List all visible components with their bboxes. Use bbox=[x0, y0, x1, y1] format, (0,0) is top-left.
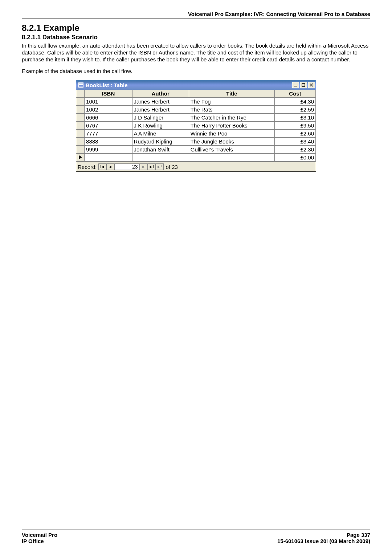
heading-example: 8.2.1 Example bbox=[22, 23, 370, 33]
nav-of-label: of 23 bbox=[164, 164, 180, 170]
cell-isbn[interactable]: 7777 bbox=[85, 130, 132, 138]
cell-isbn[interactable]: 9999 bbox=[85, 146, 132, 154]
cell-title[interactable]: The Fog bbox=[189, 98, 274, 106]
row-selector[interactable] bbox=[76, 106, 85, 114]
record-navigator: Record: I◄ ◄ ► ►I ►* of 23 bbox=[76, 162, 316, 171]
column-header-isbn[interactable]: ISBN bbox=[85, 90, 132, 98]
paragraph-caption: Example of the database used in the call… bbox=[22, 68, 370, 74]
cell-title[interactable] bbox=[189, 154, 274, 162]
maximize-button[interactable] bbox=[300, 82, 307, 88]
row-selector[interactable] bbox=[76, 98, 85, 106]
cell-author[interactable]: James Herbert bbox=[132, 106, 189, 114]
cell-title[interactable]: The Catcher in the Rye bbox=[189, 114, 274, 122]
cell-author[interactable]: J K Rowling bbox=[132, 122, 189, 130]
cell-cost[interactable]: £9.50 bbox=[274, 122, 315, 130]
column-header-author[interactable]: Author bbox=[132, 90, 189, 98]
row-selector[interactable] bbox=[76, 146, 85, 154]
minimize-button[interactable] bbox=[292, 82, 299, 88]
nav-last-button[interactable]: ►I bbox=[148, 163, 156, 170]
cell-cost[interactable]: £2.59 bbox=[274, 106, 315, 114]
cell-cost[interactable]: £3.10 bbox=[274, 114, 315, 122]
window-titlebar[interactable]: BookList : Table bbox=[76, 80, 316, 90]
footer-product: Voicemail Pro bbox=[22, 532, 57, 538]
footer-page: Page 337 bbox=[347, 532, 370, 538]
table-row[interactable]: 6767J K RowlingThe Harry Potter Books£9.… bbox=[76, 122, 316, 130]
current-row-icon bbox=[79, 155, 82, 159]
cell-isbn[interactable]: 6767 bbox=[85, 122, 132, 130]
row-selector[interactable] bbox=[76, 130, 85, 138]
cell-cost[interactable]: £0.00 bbox=[274, 154, 315, 162]
cell-title[interactable]: Gullliver's Travels bbox=[189, 146, 274, 154]
cell-cost[interactable]: £2.30 bbox=[274, 146, 315, 154]
paragraph-intro: In this call flow example, an auto-atten… bbox=[22, 42, 370, 63]
datasheet-icon bbox=[78, 82, 83, 88]
nav-prev-button[interactable]: ◄ bbox=[106, 163, 114, 170]
cell-cost[interactable]: £4.30 bbox=[274, 98, 315, 106]
nav-first-button[interactable]: I◄ bbox=[98, 163, 106, 170]
row-selector[interactable] bbox=[76, 138, 85, 146]
row-selector[interactable] bbox=[76, 122, 85, 130]
nav-new-button[interactable]: ►* bbox=[156, 163, 164, 170]
close-icon bbox=[310, 83, 313, 87]
record-label: Record: bbox=[78, 164, 98, 170]
cell-author[interactable]: Rudyard Kipling bbox=[132, 138, 189, 146]
cell-author[interactable]: A A Milne bbox=[132, 130, 189, 138]
table-row[interactable]: 7777A A MilneWinnie the Poo£2.60 bbox=[76, 130, 316, 138]
minimize-icon bbox=[294, 83, 297, 87]
cell-author[interactable] bbox=[132, 154, 189, 162]
cell-title[interactable]: The Jungle Books bbox=[189, 138, 274, 146]
nav-record-input[interactable] bbox=[114, 163, 140, 170]
nav-next-button[interactable]: ► bbox=[140, 163, 148, 170]
cell-title[interactable]: The Rats bbox=[189, 106, 274, 114]
header-breadcrumb: Voicemail Pro Examples: IVR: Connecting … bbox=[22, 11, 370, 19]
access-table-window: BookList : Table ISBN Author bbox=[76, 80, 316, 172]
cell-isbn[interactable]: 1001 bbox=[85, 98, 132, 106]
column-header-title[interactable]: Title bbox=[189, 90, 274, 98]
window-title: BookList : Table bbox=[86, 82, 128, 88]
column-header-cost[interactable]: Cost bbox=[274, 90, 315, 98]
heading-database-scenario: 8.2.1.1 Database Scenario bbox=[22, 34, 370, 41]
footer-issue: 15-601063 Issue 20l (03 March 2009) bbox=[277, 538, 370, 544]
close-button[interactable] bbox=[308, 82, 315, 88]
cell-cost[interactable]: £2.60 bbox=[274, 130, 315, 138]
select-all-corner[interactable] bbox=[76, 90, 85, 98]
cell-cost[interactable]: £3.40 bbox=[274, 138, 315, 146]
footer-platform: IP Office bbox=[22, 538, 44, 544]
cell-isbn[interactable]: 8888 bbox=[85, 138, 132, 146]
cell-author[interactable]: James Herbert bbox=[132, 98, 189, 106]
current-row-marker[interactable] bbox=[76, 154, 85, 162]
booklist-table[interactable]: ISBN Author Title Cost 1001James Herbert… bbox=[76, 90, 316, 162]
cell-title[interactable]: Winnie the Poo bbox=[189, 130, 274, 138]
table-row[interactable]: 6666J D SalingerThe Catcher in the Rye£3… bbox=[76, 114, 316, 122]
table-row[interactable]: 1001James HerbertThe Fog£4.30 bbox=[76, 98, 316, 106]
maximize-icon bbox=[302, 83, 305, 87]
table-row[interactable]: 8888Rudyard KiplingThe Jungle Books£3.40 bbox=[76, 138, 316, 146]
cell-isbn[interactable]: 1002 bbox=[85, 106, 132, 114]
table-row[interactable]: 1002James HerbertThe Rats£2.59 bbox=[76, 106, 316, 114]
cell-isbn[interactable]: 6666 bbox=[85, 114, 132, 122]
table-row[interactable]: 9999Jonathan SwiftGullliver's Travels£2.… bbox=[76, 146, 316, 154]
page-footer: Voicemail Pro Page 337 IP Office 15-6010… bbox=[22, 530, 370, 544]
svg-rect-1 bbox=[302, 84, 305, 86]
cell-author[interactable]: Jonathan Swift bbox=[132, 146, 189, 154]
cell-title[interactable]: The Harry Potter Books bbox=[189, 122, 274, 130]
cell-author[interactable]: J D Salinger bbox=[132, 114, 189, 122]
table-row-current[interactable]: £0.00 bbox=[76, 154, 316, 162]
cell-isbn[interactable] bbox=[85, 154, 132, 162]
row-selector[interactable] bbox=[76, 114, 85, 122]
svg-rect-0 bbox=[294, 86, 297, 86]
